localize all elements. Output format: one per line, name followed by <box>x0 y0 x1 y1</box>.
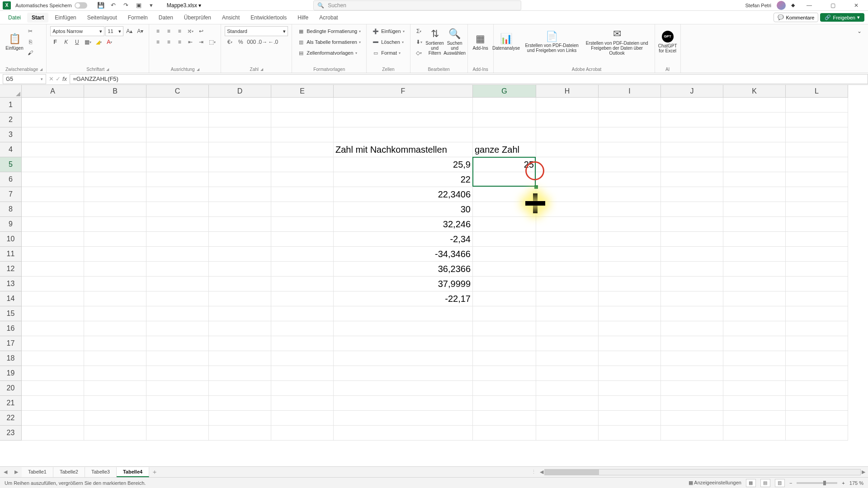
cell[interactable] <box>22 157 84 172</box>
cell-styles-button[interactable]: ▤Zellenformatvorlagen <box>296 48 359 58</box>
cell[interactable] <box>661 366 723 381</box>
cell[interactable] <box>723 202 786 217</box>
row-header[interactable]: 21 <box>0 396 22 411</box>
cell[interactable] <box>84 426 146 441</box>
cell[interactable] <box>661 247 723 262</box>
cell[interactable]: 32,246 <box>334 217 473 232</box>
cell[interactable] <box>599 113 661 127</box>
redo-button[interactable]: ↷ <box>121 1 132 10</box>
sheet-tab[interactable]: Tabelle2 <box>53 467 85 477</box>
currency-button[interactable]: € <box>225 37 235 47</box>
cell[interactable] <box>723 157 786 172</box>
orientation-button[interactable]: ⤭ <box>185 26 195 36</box>
cell[interactable] <box>536 306 599 321</box>
cell[interactable] <box>473 98 536 113</box>
cell[interactable] <box>22 187 84 202</box>
cell[interactable] <box>473 202 536 217</box>
avatar[interactable] <box>777 1 786 10</box>
cell[interactable] <box>599 426 661 441</box>
zoom-slider[interactable] <box>797 482 837 484</box>
cell[interactable]: ganze Zahl <box>473 142 536 157</box>
cell[interactable] <box>786 127 848 142</box>
cell[interactable] <box>146 113 209 127</box>
cell[interactable] <box>536 291 599 306</box>
add-sheet-button[interactable]: ＋ <box>149 468 160 476</box>
tab-review[interactable]: Überprüfen <box>179 13 216 23</box>
cell[interactable] <box>22 247 84 262</box>
align-middle-button[interactable]: ≡ <box>164 26 174 36</box>
cell[interactable] <box>209 336 271 351</box>
cell[interactable] <box>209 127 271 142</box>
cell[interactable] <box>599 172 661 187</box>
cell[interactable] <box>334 127 473 142</box>
cell[interactable] <box>786 411 848 426</box>
cell[interactable] <box>209 366 271 381</box>
cell[interactable] <box>723 351 786 366</box>
align-right-button[interactable]: ≡ <box>175 37 184 47</box>
cell[interactable] <box>661 202 723 217</box>
cell[interactable] <box>334 426 473 441</box>
cell[interactable] <box>473 262 536 277</box>
cell[interactable] <box>84 172 146 187</box>
cell[interactable] <box>536 426 599 441</box>
view-pagelayout-button[interactable]: ▤ <box>760 479 770 487</box>
cell[interactable] <box>473 232 536 247</box>
cell[interactable] <box>536 351 599 366</box>
tab-view[interactable]: Ansicht <box>217 13 244 23</box>
cell[interactable] <box>22 291 84 306</box>
cell[interactable] <box>22 142 84 157</box>
cell[interactable] <box>599 411 661 426</box>
cell[interactable] <box>22 426 84 441</box>
cell[interactable] <box>661 232 723 247</box>
tab-data[interactable]: Daten <box>154 13 178 23</box>
tab-insert[interactable]: Einfügen <box>50 13 80 23</box>
cell[interactable]: 37,9999 <box>334 277 473 291</box>
cell[interactable] <box>786 291 848 306</box>
cell[interactable] <box>209 381 271 396</box>
cell[interactable] <box>536 127 599 142</box>
column-header[interactable]: E <box>271 85 334 98</box>
chatgpt-button[interactable]: GPTChatGPT for Excel <box>659 26 677 58</box>
cell[interactable] <box>334 351 473 366</box>
cell[interactable] <box>209 262 271 277</box>
cell[interactable] <box>661 262 723 277</box>
cell[interactable] <box>723 247 786 262</box>
italic-button[interactable]: K <box>61 37 71 47</box>
cell[interactable] <box>146 351 209 366</box>
cell[interactable]: -22,17 <box>334 291 473 306</box>
sheet-nav-prev[interactable]: ◀ <box>0 469 11 475</box>
cell[interactable] <box>723 217 786 232</box>
cell[interactable] <box>536 113 599 127</box>
cell[interactable] <box>271 172 334 187</box>
cell[interactable] <box>536 321 599 336</box>
cell[interactable] <box>723 98 786 113</box>
create-pdf-outlook-button[interactable]: ✉Erstellen von PDF-Dateien und Freigeben… <box>583 26 651 58</box>
cell[interactable] <box>334 306 473 321</box>
column-header[interactable]: I <box>599 85 661 98</box>
cell[interactable] <box>661 291 723 306</box>
cell[interactable] <box>209 113 271 127</box>
cell[interactable] <box>599 247 661 262</box>
font-size-combo[interactable]: 11▾ <box>105 26 123 36</box>
cell[interactable] <box>146 247 209 262</box>
cell[interactable] <box>786 306 848 321</box>
cell[interactable] <box>599 351 661 366</box>
cell[interactable] <box>786 217 848 232</box>
cell[interactable] <box>271 291 334 306</box>
cell[interactable] <box>84 411 146 426</box>
cell[interactable] <box>271 351 334 366</box>
cell[interactable] <box>209 157 271 172</box>
cell[interactable] <box>84 157 146 172</box>
row-header[interactable]: 19 <box>0 366 22 381</box>
percent-button[interactable]: % <box>236 37 245 47</box>
cell[interactable] <box>84 202 146 217</box>
row-header[interactable]: 15 <box>0 306 22 321</box>
dialog-launcher-icon[interactable]: ◢ <box>260 67 263 71</box>
display-settings-button[interactable]: ▦ Anzeigeeinstellungen <box>689 480 741 486</box>
cell[interactable] <box>209 98 271 113</box>
cell[interactable] <box>536 142 599 157</box>
cell[interactable] <box>473 127 536 142</box>
formula-input[interactable]: =GANZZAHL(F5) <box>70 74 868 84</box>
cell[interactable] <box>786 142 848 157</box>
cell[interactable] <box>271 381 334 396</box>
